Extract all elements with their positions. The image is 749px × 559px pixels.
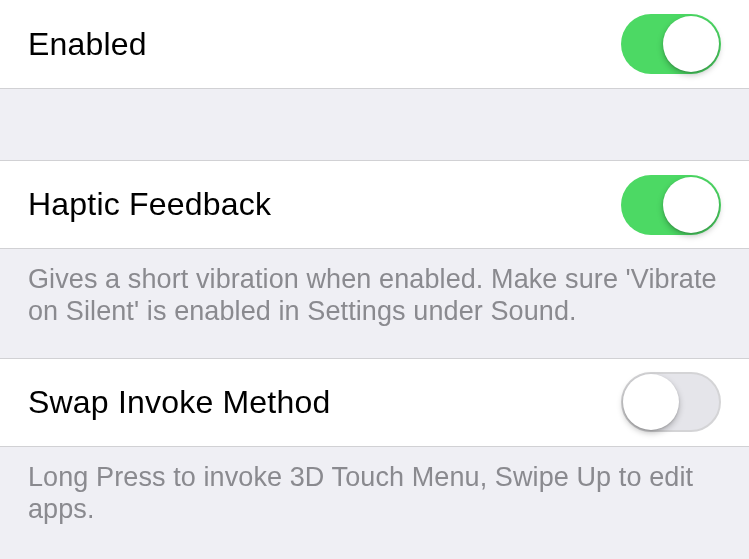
section-swap: Swap Invoke Method Long Press to invoke … xyxy=(0,358,749,556)
section-spacer xyxy=(0,89,749,160)
section-enabled: Enabled xyxy=(0,0,749,160)
toggle-knob-icon xyxy=(623,374,679,430)
section-haptic: Haptic Feedback Gives a short vibration … xyxy=(0,160,749,358)
footer-swap: Long Press to invoke 3D Touch Menu, Swip… xyxy=(0,447,749,556)
row-swap: Swap Invoke Method xyxy=(0,358,749,447)
label-swap: Swap Invoke Method xyxy=(28,384,330,421)
toggle-enabled[interactable] xyxy=(621,14,721,74)
row-haptic: Haptic Feedback xyxy=(0,160,749,249)
toggle-swap[interactable] xyxy=(621,372,721,432)
footer-haptic: Gives a short vibration when enabled. Ma… xyxy=(0,249,749,358)
row-enabled: Enabled xyxy=(0,0,749,89)
label-haptic: Haptic Feedback xyxy=(28,186,271,223)
label-enabled: Enabled xyxy=(28,26,147,63)
toggle-knob-icon xyxy=(663,16,719,72)
toggle-haptic[interactable] xyxy=(621,175,721,235)
toggle-knob-icon xyxy=(663,177,719,233)
